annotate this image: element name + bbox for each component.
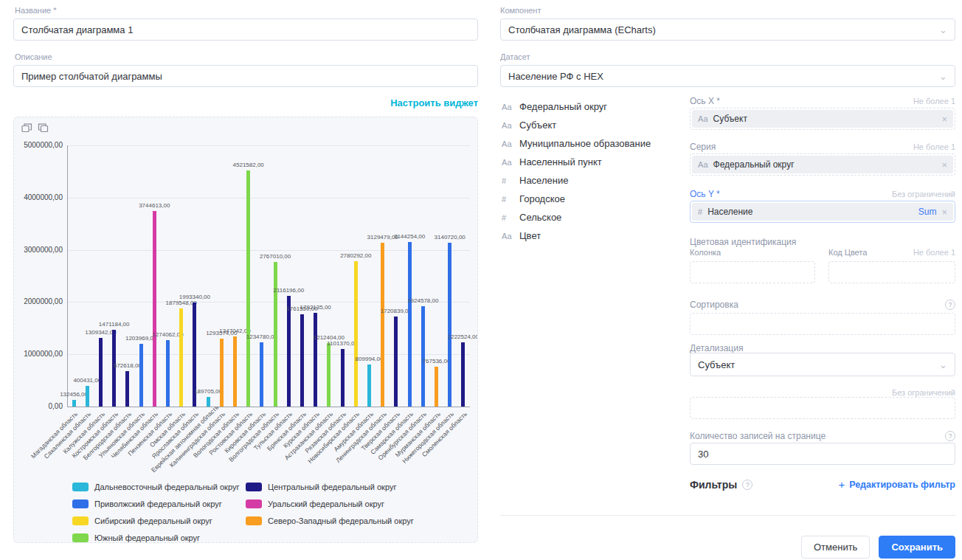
configure-widget-row: Настроить виджет xyxy=(13,96,478,108)
bar xyxy=(300,314,304,407)
bar xyxy=(421,306,425,407)
detail-select[interactable]: Субъект ⌄ xyxy=(690,353,955,376)
widget-editor: Название * Описание Настроить виджет 0,0… xyxy=(0,0,962,560)
legend-swatch xyxy=(72,516,89,525)
field-type-icon: Аа xyxy=(502,121,513,130)
axis-y-dropzone[interactable]: # Население Sum × xyxy=(690,201,955,223)
dataset-field-item[interactable]: АаМуниципальное образование xyxy=(502,137,686,150)
dataset-field-item[interactable]: АаНаселенный пункт xyxy=(502,156,686,168)
bar-value-label: 1274062,00 xyxy=(145,331,192,338)
save-button[interactable]: Сохранить xyxy=(879,536,955,559)
legend-item[interactable]: Сибирский федеральный округ xyxy=(72,516,246,526)
extra-dropzone[interactable] xyxy=(690,397,955,419)
dataset-select[interactable]: Население РФ с HEX ⌄ xyxy=(500,65,955,87)
help-icon[interactable]: ? xyxy=(945,300,955,310)
widget-editor-left: Название * Описание Настроить виджет 0,0… xyxy=(13,6,478,543)
series-dropzone[interactable]: Аа Федеральный округ × xyxy=(690,153,955,176)
axis-y-chip[interactable]: # Население Sum × xyxy=(692,203,953,221)
page-size-label: Количество записей на странице xyxy=(690,431,826,441)
description-label: Описание xyxy=(15,52,478,61)
color-column-label: Колонка xyxy=(690,248,721,257)
y-axis-tick-label: 2000000,00 xyxy=(14,297,63,305)
bar xyxy=(125,371,129,407)
edit-filter-link[interactable]: + Редактировать фильтр xyxy=(838,478,955,491)
field-name: Городское xyxy=(519,193,565,204)
page-size-row: Количество записей на странице ? xyxy=(690,431,955,441)
y-axis-tick-label: 4000000,00 xyxy=(14,193,63,201)
bar-value-label: 1879548,00 xyxy=(158,300,205,306)
cancel-button[interactable]: Отменить xyxy=(801,536,870,559)
color-column-dropzone[interactable] xyxy=(690,261,815,283)
legend-swatch xyxy=(72,499,89,508)
widget-editor-right: Компонент Столбчатая диаграмма (ECharts)… xyxy=(500,6,955,556)
page-size-input[interactable] xyxy=(690,443,955,465)
gridline xyxy=(67,198,470,198)
help-icon[interactable]: ? xyxy=(945,431,955,441)
footer-divider xyxy=(500,515,955,516)
legend-label: Приволжский федеральный округ xyxy=(94,499,222,508)
dataset-field-item[interactable]: #Городское xyxy=(502,193,686,205)
bar-value-label: 2780292,00 xyxy=(332,252,379,259)
filters-row: Фильтры ? + Редактировать фильтр xyxy=(690,478,955,491)
legend-item[interactable]: Северо-Западный федеральный округ xyxy=(246,516,419,526)
bar-value-label: 189705,00 xyxy=(184,388,232,395)
field-name: Цвет xyxy=(519,230,541,241)
field-name: Сельское xyxy=(519,212,561,223)
field-type-icon: # xyxy=(698,207,702,216)
bar-value-label: 3140720,00 xyxy=(426,234,474,241)
bar xyxy=(86,386,89,407)
configure-widget-link[interactable]: Настроить виджет xyxy=(390,97,478,108)
bar-value-label: 4521582,00 xyxy=(225,162,272,168)
description-input[interactable] xyxy=(13,65,478,87)
legend-item[interactable]: Уральский федеральный округ xyxy=(246,499,419,509)
color-ident-label: Цветовая идентификация xyxy=(690,237,796,247)
legend-swatch xyxy=(246,516,262,525)
remove-field-icon[interactable]: × xyxy=(941,207,947,217)
axis-x-label: Ось X * xyxy=(690,96,720,106)
component-label: Компонент xyxy=(500,6,955,15)
dataset-field-item[interactable]: #Сельское xyxy=(502,211,686,224)
dataset-fields-list: АаФедеральный округАаСубъектАаМуниципаль… xyxy=(502,100,686,248)
bar-value-label: 1720839,00 xyxy=(373,308,420,314)
aggregation-badge[interactable]: Sum xyxy=(918,207,937,217)
dataset-field-item[interactable]: АаЦвет xyxy=(502,229,686,242)
bar xyxy=(220,339,224,407)
bar xyxy=(99,338,103,407)
dataset-field-item[interactable]: АаСубъект xyxy=(502,119,686,131)
legend-item[interactable]: Дальневосточный федеральный округ xyxy=(72,482,246,492)
legend-item[interactable]: Южный федеральный округ xyxy=(72,533,246,543)
bar-value-label: 2767010,00 xyxy=(252,253,299,260)
axis-x-dropzone[interactable]: Аа Субъект × xyxy=(690,108,955,130)
field-type-icon: Аа xyxy=(502,103,513,111)
chevron-down-icon: ⌄ xyxy=(939,72,947,81)
sorting-dropzone[interactable] xyxy=(690,313,955,335)
axis-y-limit: Без ограничений xyxy=(892,190,955,198)
help-icon[interactable]: ? xyxy=(742,480,752,490)
dataset-field-item[interactable]: #Население xyxy=(502,174,686,187)
legend-item[interactable]: Приволжский федеральный округ xyxy=(72,499,246,509)
axis-x-chip[interactable]: Аа Субъект × xyxy=(692,110,953,128)
axis-y-label: Ось Y * xyxy=(690,189,720,199)
bar xyxy=(153,211,156,407)
name-label: Название * xyxy=(15,6,478,15)
bar-value-label: 767536,00 xyxy=(413,358,460,364)
axis-x-chip-label: Субъект xyxy=(713,114,747,124)
field-type-icon: Аа xyxy=(502,232,513,241)
remove-field-icon[interactable]: × xyxy=(941,114,947,124)
remove-field-icon[interactable]: × xyxy=(941,160,947,170)
bar xyxy=(233,336,237,407)
bar xyxy=(461,342,465,407)
field-name: Федеральный округ xyxy=(519,101,607,112)
detail-label: Детализация xyxy=(690,343,743,353)
gridline xyxy=(67,145,470,146)
legend-item[interactable]: Центральный федеральный округ xyxy=(246,482,419,492)
field-type-icon: Аа xyxy=(502,158,513,167)
series-chip[interactable]: Аа Федеральный округ × xyxy=(692,156,953,173)
bar-value-label: 3744613,00 xyxy=(131,202,178,209)
name-input[interactable] xyxy=(13,18,478,41)
dataset-field-item[interactable]: АаФедеральный округ xyxy=(502,100,686,113)
component-select-value: Столбчатая диаграмма (ECharts) xyxy=(508,24,656,35)
bar xyxy=(246,170,250,407)
component-select[interactable]: Столбчатая диаграмма (ECharts) ⌄ xyxy=(500,18,955,41)
color-code-dropzone[interactable] xyxy=(828,261,955,283)
